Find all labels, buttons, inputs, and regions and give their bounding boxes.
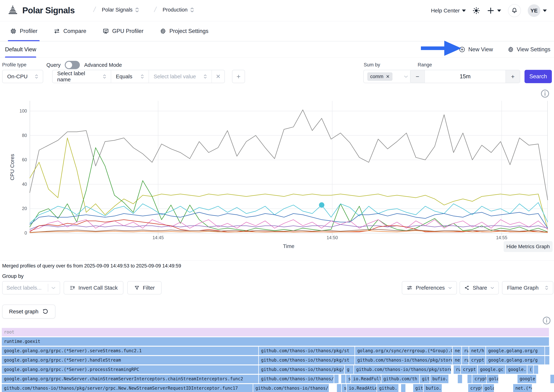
flame-cell[interactable] — [458, 375, 462, 383]
flame-cell[interactable]: ( — [527, 365, 533, 374]
flame-cell[interactable]: github.com/thanos-io/thanos/pkg/store — [354, 365, 451, 374]
share-button[interactable]: Share — [460, 281, 499, 294]
flame-cell[interactable] — [550, 375, 554, 383]
flame-cell[interactable] — [401, 384, 405, 392]
flame-cell[interactable]: s — [342, 384, 346, 392]
filter-button[interactable]: Filter — [127, 281, 161, 294]
close-icon[interactable] — [386, 75, 390, 78]
user-menu-button[interactable]: YE — [528, 4, 547, 17]
flame-cell[interactable]: ru — [462, 356, 469, 364]
flame-cell[interactable]: net/h — [469, 347, 486, 355]
notifications-button[interactable] — [508, 4, 521, 17]
flame-cell[interactable]: crypt — [461, 365, 477, 374]
flame-cell[interactable] — [337, 384, 341, 392]
theme-toggle-button[interactable] — [473, 7, 480, 14]
flame-cell[interactable]: github. — [377, 384, 398, 392]
profile-type-select[interactable]: On-CPU — [2, 70, 43, 83]
flame-cell[interactable]: bufio. — [424, 384, 442, 392]
flame-cell[interactable]: google.gc — [478, 365, 505, 374]
metrics-line-chart[interactable] — [30, 101, 548, 236]
invert-call-stack-button[interactable]: Invert Call Stack — [64, 281, 123, 294]
tab-gpu-profiler[interactable]: GPU Profiler — [103, 21, 144, 41]
flame-cell[interactable]: io.ReadFull — [351, 375, 381, 383]
breadcrumb-project[interactable]: Production — [163, 7, 194, 13]
flame-cell[interactable]: root — [2, 328, 549, 336]
chevron-updown-icon — [135, 7, 139, 12]
flame-cell[interactable]: git — [413, 384, 423, 392]
search-button[interactable]: Search — [525, 70, 552, 83]
flame-cell[interactable]: io.ReadAtLe — [346, 384, 376, 392]
tab-default-view[interactable]: Default View — [5, 41, 36, 58]
range-increase-button[interactable]: + — [506, 70, 520, 83]
flame-cell[interactable] — [334, 375, 339, 383]
help-center-menu[interactable]: Help Center — [431, 7, 466, 14]
hide-metrics-graph-button[interactable]: Hide Metrics Graph — [504, 241, 553, 252]
flame-cell[interactable]: github.com/th — [381, 375, 419, 383]
preferences-button[interactable]: Preferences — [402, 281, 457, 294]
range-decrease-button[interactable]: − — [410, 70, 424, 83]
tab-profiler[interactable]: Profiler — [10, 21, 37, 41]
flame-cell[interactable]: ne — [453, 347, 461, 355]
flame-cell[interactable]: github.com/thanos-io/thanos/pkg/ — [259, 365, 344, 374]
flame-cell[interactable]: golang.org/x/sync/errgroup.(*Group).G — [355, 347, 452, 355]
flame-cell[interactable]: gola — [487, 375, 498, 383]
visualization-select[interactable]: Flame Graph — [502, 281, 553, 294]
flame-cell[interactable]: s — [346, 375, 350, 383]
add-matcher-button[interactable]: + — [232, 70, 245, 83]
flame-cell[interactable]: git — [420, 375, 430, 383]
flame-cell[interactable]: google. — [506, 365, 527, 374]
flame-cell[interactable]: google.golang.org/grpc.(*Server).handleS… — [2, 356, 258, 364]
operator-select[interactable]: Equals — [111, 70, 149, 83]
tab-gpu-profiler-label: GPU Profiler — [112, 28, 144, 34]
flame-cell[interactable]: runtime.goexit — [2, 337, 549, 346]
sum-by-chip[interactable]: comm — [367, 72, 393, 81]
flame-cell[interactable]: google.golang.org/g — [486, 347, 544, 355]
flame-cell[interactable]: github.com/thanos-io/thanos/p — [259, 375, 334, 383]
range-value-input[interactable]: 15m — [424, 70, 506, 83]
label-name-select[interactable]: Select label name — [53, 70, 111, 83]
flame-cell[interactable]: github.com/thanos-io/thanos/pkg/store — [355, 356, 452, 364]
add-menu-button[interactable] — [487, 7, 501, 14]
flame-cell[interactable]: google.golang.org/grpc.(*Server).serveSt… — [2, 347, 258, 355]
flame-cell[interactable]: crypt — [468, 384, 482, 392]
view-settings-button[interactable]: View Settings — [507, 46, 550, 53]
flame-cell[interactable]: net.(*c — [513, 384, 532, 392]
reset-graph-button[interactable]: Reset graph — [2, 305, 55, 319]
logo[interactable]: Polar Signals — [7, 4, 75, 16]
flame-cell[interactable]: github.com/thanos-io/thanos/pkg/server/g… — [2, 384, 253, 392]
flame-cell[interactable] — [534, 365, 538, 374]
flame-cell[interactable]: ru — [462, 347, 469, 355]
flame-cell[interactable]: google. — [518, 375, 536, 383]
close-icon: ✕ — [216, 73, 221, 80]
flame-cell[interactable]: github.com/thanos-io/thanos/pkg/st — [259, 356, 354, 364]
advanced-mode-toggle[interactable] — [65, 61, 80, 69]
flame-cell[interactable]: crypt — [469, 356, 486, 364]
flame-cell[interactable]: ru — [454, 365, 460, 374]
flame-cell[interactable] — [545, 356, 549, 364]
new-view-button[interactable]: New View — [459, 46, 493, 53]
group-by-select[interactable]: Select labels... — [2, 281, 60, 294]
flame-cell[interactable]: google.golang.org/grpc.(*Server).process… — [2, 365, 258, 374]
flame-cell[interactable]: github.com/thanos-io/thanos/pkg/st — [259, 347, 354, 355]
info-icon[interactable] — [540, 89, 550, 98]
flame-cell[interactable]: g — [345, 365, 353, 374]
flame-cell[interactable]: google.golang.org/g — [486, 356, 544, 364]
flame-cell[interactable]: crypt — [472, 375, 486, 383]
tab-compare[interactable]: Compare — [54, 21, 86, 41]
flame-cell[interactable] — [467, 375, 472, 383]
label-value-select[interactable]: Select label value — [149, 70, 212, 83]
flame-cell[interactable]: github.com/thanos-io/thanos/ — [253, 384, 329, 392]
flame-cell[interactable] — [341, 375, 346, 383]
flame-cell[interactable]: google.golang.org/grpc.NewServer.chainSt… — [2, 375, 258, 383]
flame-cell[interactable] — [545, 347, 549, 355]
label-value-placeholder: Select label value — [154, 73, 196, 80]
tab-project-settings[interactable]: Project Settings — [160, 21, 208, 41]
remove-matcher-button[interactable]: ✕ — [212, 70, 224, 83]
flame-graph[interactable]: rootruntime.goexitgoogle.golang.org/grpc… — [2, 328, 552, 392]
info-icon[interactable] — [542, 316, 551, 325]
flame-cell[interactable]: bufio. — [430, 375, 448, 383]
flame-cell[interactable]: ne — [453, 356, 461, 364]
flame-cell[interactable]: gola — [482, 384, 494, 392]
sum-by-select[interactable]: comm — [363, 70, 412, 83]
breadcrumb-org[interactable]: Polar Signals — [102, 7, 139, 13]
